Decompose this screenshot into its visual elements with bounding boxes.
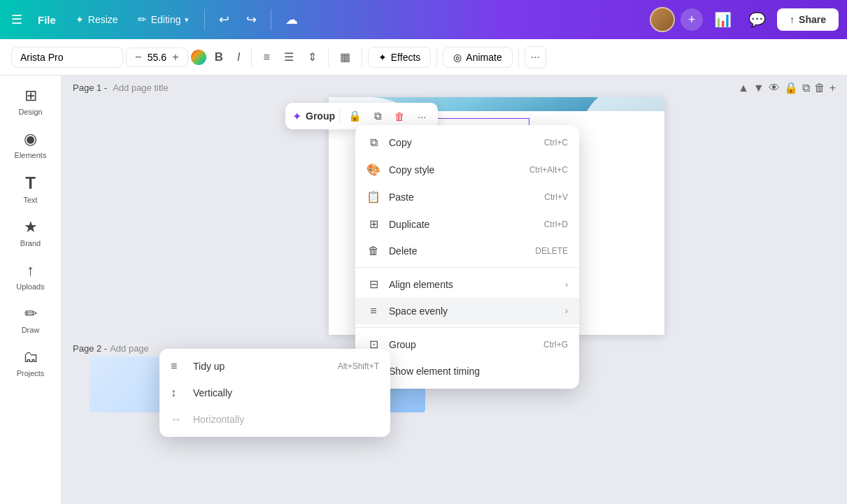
- menu-item-duplicate[interactable]: ⊞ Duplicate Ctrl+D: [355, 210, 579, 238]
- sidebar-item-text[interactable]: T Text: [6, 168, 56, 210]
- file-button[interactable]: File: [31, 10, 63, 30]
- font-size-decrease[interactable]: −: [132, 51, 144, 64]
- share-label: Share: [799, 14, 826, 25]
- page1-up-button[interactable]: ▲: [738, 82, 749, 94]
- cloud-save-icon[interactable]: ☁: [280, 8, 304, 31]
- list-button[interactable]: ☰: [278, 46, 299, 68]
- menu-item-delete[interactable]: 🗑 Delete DELETE: [355, 238, 579, 264]
- page1-controls: ▲ ▼ 👁 🔒 ⧉ 🗑 +: [738, 81, 836, 94]
- menu-item-copy[interactable]: ⧉ Copy Ctrl+C: [355, 129, 579, 156]
- avatar-image: [651, 8, 674, 31]
- text-align-button[interactable]: ≡: [257, 47, 275, 68]
- page1-lock-button[interactable]: 🔒: [784, 81, 798, 94]
- page1-delete-button[interactable]: 🗑: [814, 82, 825, 94]
- sidebar-item-design[interactable]: ⊞ Design: [6, 81, 56, 122]
- delete-shortcut: DELETE: [535, 246, 568, 256]
- brand-icon: ★: [24, 218, 38, 236]
- group-shortcut: Ctrl+G: [543, 340, 568, 350]
- text-color-button[interactable]: [191, 50, 206, 65]
- avatar[interactable]: [650, 7, 675, 32]
- context-menu: ⧉ Copy Ctrl+C 🎨 Copy style Ctrl+Alt+C 📋 …: [355, 125, 579, 389]
- paste-icon: 📋: [366, 190, 380, 203]
- resize-icon: ✦: [76, 14, 84, 25]
- menu-item-paste[interactable]: 📋 Paste Ctrl+V: [355, 183, 579, 210]
- effects-label: Effects: [391, 52, 421, 63]
- copy-style-label: Copy style: [389, 164, 521, 175]
- sub-menu-item-tidy-up[interactable]: ≡ Tidy up Alt+Shift+T: [159, 353, 390, 380]
- page1-hide-button[interactable]: 👁: [769, 82, 780, 94]
- page2-add-title[interactable]: Add page: [110, 343, 149, 354]
- resize-button[interactable]: ✦ Resize: [69, 10, 125, 29]
- animate-label: Animate: [466, 52, 501, 63]
- font-selector[interactable]: Arista Pro: [11, 47, 123, 68]
- share-button[interactable]: ↑ Share: [777, 8, 839, 31]
- topbar-divider-1: [204, 9, 205, 30]
- sidebar-item-brand[interactable]: ★ Brand: [6, 213, 56, 253]
- sidebar-item-elements[interactable]: ◉ Elements: [6, 124, 56, 165]
- effects-button[interactable]: ✦ Effects: [368, 47, 432, 68]
- topbar: ☰ File ✦ Resize ✏ Editing ▾ ↩ ↪ ☁ + 📊 💬 …: [0, 0, 847, 39]
- paste-shortcut: Ctrl+V: [544, 192, 568, 202]
- group-copy-button[interactable]: ⧉: [370, 107, 386, 125]
- editing-button[interactable]: ✏ Editing ▾: [131, 9, 197, 30]
- group-delete-button[interactable]: 🗑: [390, 108, 409, 125]
- page1-header: Page 1 - Add page title ▲ ▼ 👁 🔒 ⧉ 🗑 +: [62, 75, 847, 97]
- copy-style-shortcut: Ctrl+Alt+C: [529, 165, 568, 175]
- sub-menu-item-vertically[interactable]: ↕ Vertically: [159, 380, 390, 406]
- sidebar-item-uploads[interactable]: ↑ Uploads: [6, 256, 56, 296]
- sidebar-item-draw[interactable]: ✏ Draw: [6, 299, 56, 340]
- transparency-button[interactable]: ▦: [334, 46, 356, 68]
- copy-icon: ⧉: [366, 136, 380, 149]
- redo-button[interactable]: ↪: [241, 8, 262, 31]
- menu-item-copy-style[interactable]: 🎨 Copy style Ctrl+Alt+C: [355, 156, 579, 183]
- italic-button[interactable]: I: [232, 47, 245, 68]
- align-icon: ⊟: [366, 278, 380, 291]
- horizontally-icon: ↔: [171, 413, 185, 426]
- chart-icon[interactable]: 📊: [709, 7, 737, 32]
- copy-label: Copy: [389, 137, 536, 148]
- font-size-value[interactable]: 55.6: [145, 52, 168, 63]
- page1-down-button[interactable]: ▼: [753, 82, 764, 94]
- menu-item-align[interactable]: ⊟ Align elements ›: [355, 271, 579, 298]
- tidy-up-label: Tidy up: [193, 361, 329, 372]
- animate-button[interactable]: ◎ Animate: [443, 47, 512, 68]
- format-divider-3: [362, 48, 362, 67]
- font-size-increase[interactable]: +: [169, 51, 181, 64]
- duplicate-shortcut: Ctrl+D: [544, 219, 568, 229]
- brand-label: Brand: [20, 239, 41, 247]
- delete-label: Delete: [389, 245, 527, 257]
- font-size-control: − 55.6 +: [126, 48, 188, 67]
- effects-icon: ✦: [378, 52, 387, 63]
- group-lock-button[interactable]: 🔒: [344, 107, 366, 125]
- sidebar-item-projects[interactable]: 🗂 Projects: [6, 343, 56, 383]
- resize-label: Resize: [88, 14, 118, 25]
- timing-label: Show element timing: [389, 366, 568, 377]
- add-button[interactable]: +: [681, 8, 703, 31]
- menu-icon[interactable]: ☰: [8, 9, 25, 30]
- line-spacing-button[interactable]: ⇕: [302, 46, 322, 68]
- vertically-icon: ↕: [171, 387, 185, 399]
- more-options-button[interactable]: ···: [525, 46, 546, 69]
- text-icon: T: [25, 173, 36, 193]
- uploads-label: Uploads: [16, 282, 44, 291]
- undo-button[interactable]: ↩: [213, 8, 235, 31]
- page1-add-title[interactable]: Add page title: [113, 82, 169, 93]
- group-more-button[interactable]: ···: [413, 108, 431, 125]
- menu-item-space-evenly[interactable]: ≡ Space evenly ›: [355, 298, 579, 324]
- projects-label: Projects: [17, 369, 45, 377]
- cloud-right: [574, 97, 664, 209]
- sub-menu-item-horizontally[interactable]: ↔ Horizontally: [159, 406, 390, 433]
- topbar-divider-2: [271, 9, 271, 30]
- format-divider-2: [328, 48, 329, 67]
- canvas-frame-wrapper: Stay Tuned Don't Miss This 15.02.2025 15…: [90, 97, 847, 335]
- format-divider-1: [251, 48, 252, 67]
- canvas-area: Page 1 - Add page title ▲ ▼ 👁 🔒 ⧉ 🗑 +: [62, 75, 847, 504]
- sub-menu: ≡ Tidy up Alt+Shift+T ↕ Vertically ↔ Hor…: [159, 349, 390, 437]
- copy-style-icon: 🎨: [366, 163, 380, 176]
- page1-copy-button[interactable]: ⧉: [802, 82, 810, 94]
- bold-button[interactable]: B: [209, 46, 229, 69]
- comment-icon[interactable]: 💬: [743, 7, 771, 32]
- paste-label: Paste: [389, 192, 536, 203]
- page1-add-button[interactable]: +: [830, 82, 836, 94]
- space-evenly-label: Space evenly: [389, 305, 557, 317]
